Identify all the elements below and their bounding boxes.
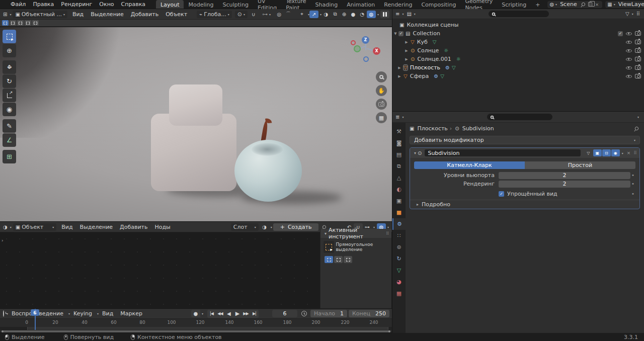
outliner-row-sphere[interactable]: ▶ ▽ Сфера ⚙ ▽ [392,72,644,80]
timeline-menu-marker[interactable]: Маркер [117,310,146,317]
eye-icon[interactable] [626,65,632,71]
sidebar-collapse-arrow[interactable]: ‹ [388,65,390,70]
selectable-checkbox[interactable]: ✓ [618,31,623,36]
new-material-button[interactable]: + Создать [273,223,319,231]
outliner-row-scene-collection[interactable]: ▣ Коллекция сцены [392,21,644,29]
viewport-menu-view[interactable]: Вид [69,11,87,18]
viewport-menu-object[interactable]: Объект [162,11,191,18]
tool-select-box-button[interactable] [324,241,334,253]
ortho-toggle-button[interactable]: ▦ [376,112,387,123]
outliner-row-sun[interactable]: ▶ ⊙ Солнце ☼ [392,46,644,55]
animate-dot-icon[interactable]: • [630,191,635,197]
select-mode-extend[interactable] [334,256,343,263]
modifier-name-field[interactable]: Subdivision [425,149,580,156]
tab-view-layer[interactable]: ⧉ [392,160,406,172]
disclosure-closed-icon[interactable]: ▶ [404,49,410,53]
tab-rendering[interactable]: Rendering [379,0,417,9]
apple-object[interactable] [234,140,302,202]
disclosure-closed-icon[interactable]: ▶ [404,40,410,44]
timeline-scrollbar[interactable] [2,330,390,332]
tool-cursor[interactable]: ⊕ [3,44,16,57]
gizmo-y-axis[interactable] [354,45,361,52]
gizmo-neg-x-axis[interactable] [351,40,356,45]
add-modifier-dropdown[interactable]: Добавить модификатор ▾ [410,136,640,144]
tab-collection[interactable]: ▣ [392,195,406,207]
copy-scene-icon[interactable] [588,2,592,7]
zoom-button[interactable] [376,71,387,82]
pin-icon[interactable] [634,126,639,131]
menu-edit[interactable]: Правка [29,1,57,8]
display-editmode-toggle[interactable]: ▣ [593,149,602,156]
tab-material[interactable]: ◕ [392,276,406,288]
collapse-arrow-icon[interactable]: ▾ [414,151,416,155]
disclosure-closed-icon[interactable]: ▶ [404,57,410,61]
shader-type-dropdown[interactable]: ▣ Объект ▾ [13,223,57,231]
show-overlays-toggle[interactable]: ↗ [309,11,318,18]
drag-handle-icon[interactable]: ⠿ [633,150,637,155]
menu-file[interactable]: Файл [7,1,29,8]
use-preview-range-button[interactable] [300,310,309,317]
shader-menu-add[interactable]: Добавить [116,224,151,230]
select-mode-set[interactable] [2,20,9,26]
animate-dot-icon[interactable]: • [630,181,635,187]
current-frame-field[interactable]: 6 [272,310,297,317]
viewlayer-icon[interactable]: ▦ [607,2,612,7]
tab-texture[interactable]: ▦ [392,288,406,299]
optimal-display-checkbox[interactable]: ✓ [499,191,504,197]
viewport-canvas[interactable]: ⊕ ↔↕ ↻ ◉ ✎ ∠ ⊞ Опции ▾ Z X [0,27,392,221]
proportional-edit-toggle[interactable]: ◎ [275,11,284,18]
transform-orientation-dropdown[interactable]: ⌁ Глоба... ▾ [197,11,232,18]
close-icon[interactable]: × [594,2,601,7]
menu-window[interactable]: Окно [96,1,117,8]
editor-type-properties-icon[interactable]: ≣ [395,114,399,120]
tab-render[interactable]: ◙ [392,137,406,149]
tool-move[interactable]: ↔↕ [3,60,16,74]
editor-type-3d-icon[interactable]: ⊞ [3,12,7,17]
tab-particles[interactable]: ∷ [392,230,406,241]
delete-modifier-icon[interactable]: × [625,150,632,155]
eye-icon[interactable] [626,73,632,79]
display-mode-icon[interactable]: ▤ [407,11,411,17]
tab-uv-editing[interactable]: UV Editing [253,0,281,9]
simple-button[interactable]: Простой [525,161,635,169]
viewport-menu-add[interactable]: Добавить [127,11,162,18]
editor-type-outliner-icon[interactable]: ≡ [395,11,399,17]
tab-layout[interactable]: Layout [156,0,184,9]
frame-range-bar[interactable] [0,327,392,330]
viewport-levels-field[interactable]: 2 [499,172,630,179]
select-mode-subtract[interactable] [344,256,352,263]
tool-transform[interactable]: ◉ [3,103,16,116]
tab-object[interactable]: ■ [392,207,406,218]
toolbar-expand-arrow[interactable]: › [2,238,4,243]
active-tool-panel-header[interactable]: ▾ Активный инструмент ⠿ [320,229,391,238]
tool-scale[interactable] [3,89,16,102]
frame-end-field[interactable]: Конец 250 [349,310,389,317]
gizmo-neg-z-axis[interactable] [363,56,369,62]
tab-tool[interactable]: ⚒ [392,126,406,137]
tab-modifiers[interactable]: ⚙ [392,218,406,230]
show-gizmos-toggle[interactable]: ⌖ [297,11,306,18]
tab-shading[interactable]: Shading [310,0,342,9]
shading-rendered-button[interactable]: ◍ [367,11,376,18]
breadcrumb-modifier[interactable]: Subdivision [462,125,494,132]
camera-restrict-icon[interactable] [635,65,641,70]
menu-help[interactable]: Справка [118,1,149,8]
viewlayer-name[interactable]: ViewLayer [615,1,644,8]
tab-scene[interactable]: △ [392,172,406,184]
menu-render[interactable]: Рендеринг [57,1,96,8]
shader-menu-nodes[interactable]: Ноды [151,224,174,230]
advanced-subpanel[interactable]: ▸ Подробно [410,200,639,209]
play-reverse-button[interactable]: ◀ [224,310,233,318]
add-workspace-button[interactable]: + [531,0,544,9]
jump-to-start-button[interactable]: |◀ [207,310,216,318]
snap-with-dropdown[interactable]: ⊶▾ [260,11,273,18]
tab-constraints[interactable]: ↻ [392,253,406,265]
navigation-gizmo[interactable]: Z X [351,36,381,66]
tool-select-box[interactable] [3,30,16,43]
jump-to-end-button[interactable]: ▶| [250,310,259,318]
eye-icon[interactable] [626,31,632,37]
timeline-ruler[interactable]: 0 20 40 60 80 100 120 140 160 180 200 22… [0,319,392,327]
eye-icon[interactable] [626,56,632,62]
playhead-badge[interactable]: 6 [31,309,39,316]
filter-icon[interactable]: ▽ [625,11,629,17]
